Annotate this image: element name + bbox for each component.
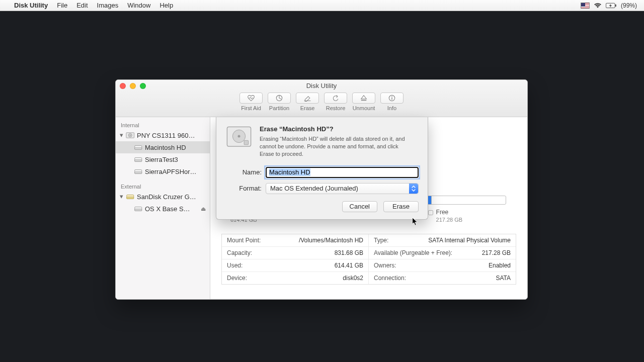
toolbar-info-button[interactable]: Info	[380, 93, 404, 111]
toolbar-restore-button[interactable]: Restore	[324, 93, 347, 111]
details-table: Mount Point:/Volumes/Macintosh HD Type:S…	[221, 234, 516, 285]
sidebar-item-label: OS X Base S…	[145, 205, 190, 213]
svg-rect-3	[361, 100, 367, 101]
legend-free-label: Free	[436, 209, 449, 216]
wifi-icon[interactable]	[594, 3, 602, 9]
sidebar-section-internal: Internal	[116, 120, 210, 129]
volume-icon	[134, 156, 143, 163]
svg-rect-11	[135, 148, 142, 150]
format-select-value: Mac OS Extended (Journaled)	[270, 185, 358, 192]
svg-point-25	[237, 135, 240, 137]
sidebar-item-label: SierraAPFSHor…	[145, 168, 197, 175]
volume-icon	[134, 205, 143, 212]
svg-rect-6	[391, 98, 392, 100]
sidebar-item-label: PNY CS1311 960…	[137, 132, 195, 139]
cancel-button[interactable]: Cancel	[342, 201, 377, 212]
volume-icon	[134, 144, 143, 151]
disclosure-triangle-icon[interactable]: ▾	[119, 193, 124, 200]
menu-window[interactable]: Window	[127, 2, 150, 9]
svg-rect-19	[135, 209, 142, 211]
sidebar-item-label: Macintosh HD	[145, 144, 186, 151]
toolbar: First Aid Partition Erase Restore Unmoun…	[116, 93, 527, 111]
svg-point-5	[391, 97, 392, 98]
sidebar-item-volume[interactable]: Macintosh HD	[116, 141, 210, 153]
svg-rect-1	[615, 4, 616, 6]
volume-icon	[134, 168, 143, 175]
close-window-button[interactable]	[120, 83, 126, 89]
menu-edit[interactable]: Edit	[76, 2, 88, 9]
dialog-heading: Erase “Macintosh HD”?	[260, 125, 411, 133]
erase-dialog: Erase “Macintosh HD”? Erasing “Macintosh…	[216, 117, 428, 220]
external-disk-icon	[126, 193, 135, 200]
window-controls	[120, 83, 146, 89]
menu-file[interactable]: File	[57, 2, 67, 9]
toolbar-unmount-button[interactable]: Unmount	[352, 93, 375, 111]
legend-free-size: 217.28 GB	[436, 217, 463, 223]
name-field-label: Name:	[225, 168, 266, 176]
dialog-description: Erasing “Macintosh HD” will delete all d…	[260, 135, 411, 158]
sidebar-item-disk[interactable]: ▾ SanDisk Cruzer G…	[116, 191, 210, 203]
svg-rect-17	[127, 197, 134, 199]
format-select[interactable]: Mac OS Extended (Journaled)	[266, 183, 419, 194]
chevron-up-down-icon	[409, 184, 418, 194]
battery-icon[interactable]	[606, 3, 617, 9]
disk-utility-window: Disk Utility First Aid Partition Erase R…	[115, 79, 528, 300]
sidebar-item-label: SanDisk Cruzer G…	[137, 193, 196, 201]
toolbar-first-aid-button[interactable]: First Aid	[239, 93, 263, 111]
sidebar-item-volume[interactable]: OS X Base S… ⏏	[116, 203, 210, 215]
window-title: Disk Utility	[116, 82, 527, 89]
zoom-window-button[interactable]	[140, 83, 146, 89]
svg-point-9	[130, 135, 131, 136]
svg-rect-26	[244, 140, 248, 144]
toolbar-partition-button[interactable]: Partition	[268, 93, 291, 111]
format-field-label: Format:	[225, 185, 266, 192]
internal-disk-large-icon	[225, 125, 253, 149]
sidebar-item-disk[interactable]: ▾ PNY CS1311 960…	[116, 129, 210, 141]
sidebar-item-volume[interactable]: SierraAPFSHor…	[116, 165, 210, 177]
sidebar-item-volume[interactable]: SierraTest3	[116, 153, 210, 165]
menu-app-name[interactable]: Disk Utility	[14, 2, 48, 9]
menubar: Disk Utility File Edit Images Window Hel…	[0, 0, 644, 11]
mouse-cursor-icon	[412, 217, 419, 226]
toolbar-erase-button[interactable]: Erase	[296, 93, 319, 111]
menu-help[interactable]: Help	[159, 2, 173, 9]
erase-button[interactable]: Erase	[383, 201, 419, 212]
internal-disk-icon	[126, 132, 135, 139]
svg-rect-13	[135, 160, 142, 162]
sidebar-section-external: External	[116, 182, 210, 191]
svg-rect-15	[135, 172, 142, 174]
titlebar: Disk Utility First Aid Partition Erase R…	[116, 80, 527, 117]
menu-images[interactable]: Images	[97, 2, 119, 9]
disclosure-triangle-icon[interactable]: ▾	[119, 131, 124, 139]
battery-percent-label: (99%)	[621, 2, 637, 9]
input-source-flag-icon[interactable]	[581, 3, 590, 9]
sidebar: Internal ▾ PNY CS1311 960… Macintosh HD …	[116, 117, 210, 299]
name-input[interactable]	[266, 167, 419, 178]
sidebar-item-label: SierraTest3	[145, 156, 178, 163]
minimize-window-button[interactable]	[130, 83, 136, 89]
eject-icon[interactable]: ⏏	[201, 206, 206, 212]
